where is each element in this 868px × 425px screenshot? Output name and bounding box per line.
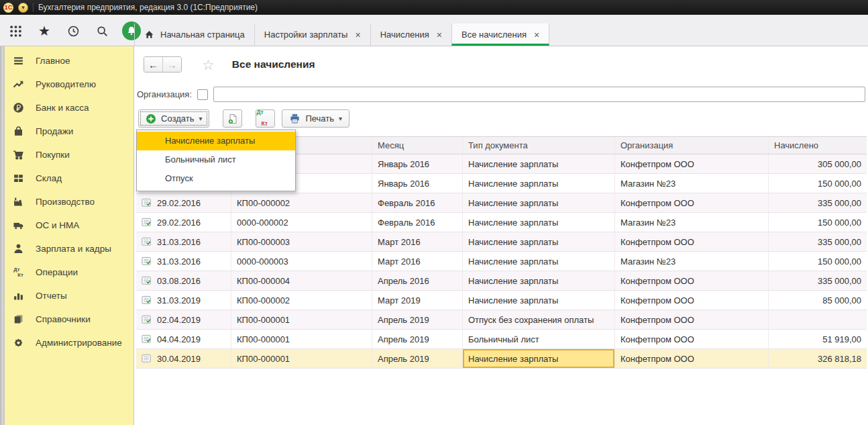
- sidebar-item-main[interactable]: Главное: [5, 49, 133, 73]
- tab-home[interactable]: Начальная страница: [134, 23, 254, 46]
- cell-amount: [769, 310, 867, 329]
- table-row[interactable]: 31.03.2016 0000-000003 Март 2016 Начисле…: [136, 252, 867, 271]
- main-menu-button[interactable]: ▼: [18, 3, 28, 13]
- sidebar-item-operations[interactable]: ДтКт Операции: [5, 261, 133, 284]
- tab-all-accruals[interactable]: Все начисления ×: [451, 23, 549, 46]
- close-icon[interactable]: ×: [534, 30, 539, 40]
- menu-item-salary-accrual[interactable]: Начисление зарплаты: [137, 132, 295, 150]
- sidebar-item-warehouse[interactable]: Склад: [5, 167, 133, 190]
- page-header: ← → ☆ Все начисления: [144, 56, 315, 73]
- home-icon: [144, 30, 154, 40]
- titlebar: 1С ▼ Бухгалтерия предприятия, редакция 3…: [0, 0, 868, 15]
- table-row[interactable]: 02.04.2019 КП00-000001 Апрель 2019 Отпус…: [136, 310, 867, 330]
- table-row[interactable]: 03.08.2016 КП00-000004 Апрель 2016 Начис…: [136, 271, 867, 291]
- favorites-star-icon[interactable]: ★: [36, 22, 53, 40]
- table-row[interactable]: 29.02.2016 КП00-000002 Февраль 2016 Начи…: [136, 193, 867, 213]
- cell-amount: 150 000,00: [769, 174, 867, 193]
- menu-item-sick-leave[interactable]: Больничный лист: [137, 150, 295, 169]
- table-row[interactable]: 31.03.2019 КП00-000002 Март 2019 Начисле…: [136, 291, 867, 310]
- table-row[interactable]: 29.02.2016 0000-000002 Февраль 2016 Начи…: [136, 213, 867, 232]
- show-postings-button[interactable]: Дт Кт: [256, 109, 275, 128]
- close-icon[interactable]: ×: [437, 30, 442, 40]
- sidebar-item-administration[interactable]: Администрирование: [5, 331, 133, 355]
- all-sections-icon[interactable]: [7, 22, 24, 40]
- sidebar-item-salary-hr[interactable]: Зарплата и кадры: [5, 237, 133, 261]
- menu-item-vacation[interactable]: Отпуск: [137, 169, 295, 188]
- cell-number: 0000-000003: [231, 252, 372, 271]
- cell-amount: 335 000,00: [769, 232, 867, 251]
- cell-number: КП00-000001: [231, 310, 372, 329]
- tab-salary-settings[interactable]: Настройки зарплаты ×: [254, 23, 370, 46]
- cell-number: КП00-000001: [231, 349, 372, 368]
- cell-org: Конфетпром ООО: [615, 271, 769, 290]
- organization-input[interactable]: [213, 87, 865, 102]
- organization-label: Организация:: [137, 89, 192, 99]
- header-org[interactable]: Организация: [615, 137, 769, 154]
- cell-month: Апрель 2019: [372, 349, 463, 368]
- sidebar-item-sales[interactable]: Продажи: [5, 120, 133, 143]
- cell-org: Конфетпром ООО: [615, 330, 769, 348]
- cell-date: 03.08.2016: [157, 276, 201, 286]
- print-button[interactable]: Печать ▾: [282, 109, 349, 128]
- sidebar-item-bank-cash[interactable]: Банк и касса: [5, 96, 133, 120]
- cell-amount: 305 000,00: [769, 154, 867, 173]
- header-doc-type[interactable]: Тип документа: [463, 137, 615, 154]
- organization-checkbox[interactable]: [197, 89, 208, 100]
- create-menu: Начисление зарплаты Больничный лист Отпу…: [136, 130, 296, 191]
- cell-doc-type: Начисление зарплаты: [463, 154, 615, 173]
- history-icon[interactable]: [64, 22, 82, 40]
- cell-month: Апрель 2016: [372, 271, 463, 290]
- sidebar-item-manager[interactable]: Руководителю: [5, 73, 133, 96]
- forward-button[interactable]: →: [162, 57, 181, 72]
- cell-org: Конфетпром ООО: [615, 291, 769, 310]
- sidebar-item-directories[interactable]: Справочники: [5, 308, 133, 331]
- header-amount[interactable]: Начислено: [769, 137, 867, 154]
- cell-number: КП00-000001: [231, 330, 372, 348]
- close-icon[interactable]: ×: [355, 30, 360, 40]
- trend-chart-icon: [13, 79, 24, 90]
- gear-icon: [13, 337, 24, 348]
- tab-accruals[interactable]: Начисления ×: [370, 23, 451, 46]
- cell-date: 31.03.2019: [157, 295, 201, 305]
- cell-month: Февраль 2016: [372, 213, 463, 232]
- table-row[interactable]: 04.04.2019 КП00-000001 Апрель 2019 Больн…: [136, 330, 867, 349]
- copy-document-icon: [227, 113, 239, 125]
- sidebar-item-production[interactable]: Производство: [5, 190, 133, 214]
- search-icon[interactable]: [93, 22, 111, 40]
- table-row-selected[interactable]: 30.04.2019 КП00-000001 Апрель 2019 Начис…: [136, 349, 867, 369]
- printer-icon: [289, 113, 301, 124]
- cell-month: Апрель 2019: [372, 330, 463, 348]
- cell-amount: 335 000,00: [769, 271, 867, 290]
- header-month[interactable]: Месяц: [372, 137, 463, 154]
- create-button[interactable]: Создать ▾: [138, 109, 209, 128]
- cell-doc-type: Начисление зарплаты: [463, 213, 615, 232]
- factory-icon: [13, 196, 24, 207]
- cell-month: Апрель 2019: [372, 310, 463, 329]
- cell-doc-type: Начисление зарплаты: [463, 232, 615, 251]
- favorite-toggle-star[interactable]: ☆: [202, 58, 215, 72]
- truck-icon: [13, 220, 24, 231]
- cell-org: Конфетпром ООО: [615, 349, 769, 368]
- cell-doc-type: Больничный лист: [463, 330, 615, 348]
- bar-chart-icon: [13, 290, 24, 301]
- sidebar-item-fixed-assets[interactable]: ОС и НМА: [5, 214, 133, 237]
- cell-org: Конфетпром ООО: [615, 154, 769, 173]
- window-title: Бухгалтерия предприятия, редакция 3.0 (1…: [38, 3, 258, 12]
- back-button[interactable]: ←: [144, 57, 162, 72]
- cell-amount: 335 000,00: [769, 193, 867, 212]
- app-window: 1С ▼ Бухгалтерия предприятия, редакция 3…: [0, 0, 868, 425]
- posted-document-icon: [142, 295, 152, 305]
- copy-document-button[interactable]: [223, 109, 242, 128]
- posted-document-icon: [142, 276, 152, 285]
- quick-access-icons: ★: [7, 19, 141, 42]
- cell-doc-type: Начисление зарплаты: [463, 291, 615, 310]
- sidebar-item-reports[interactable]: Отчеты: [5, 284, 133, 308]
- debit-credit-icon: ДтКт: [13, 267, 24, 278]
- cell-amount: 150 000,00: [769, 213, 867, 232]
- sidebar-item-purchases[interactable]: Покупки: [5, 143, 133, 167]
- 1c-logo-icon: 1С: [3, 3, 13, 13]
- cell-month: Март 2016: [372, 232, 463, 251]
- list-toolbar: Создать ▾ Дт Кт Печать ▾: [138, 109, 349, 128]
- cell-date: 31.03.2016: [157, 256, 201, 267]
- table-row[interactable]: 31.03.2016 КП00-000003 Март 2016 Начисле…: [136, 232, 867, 252]
